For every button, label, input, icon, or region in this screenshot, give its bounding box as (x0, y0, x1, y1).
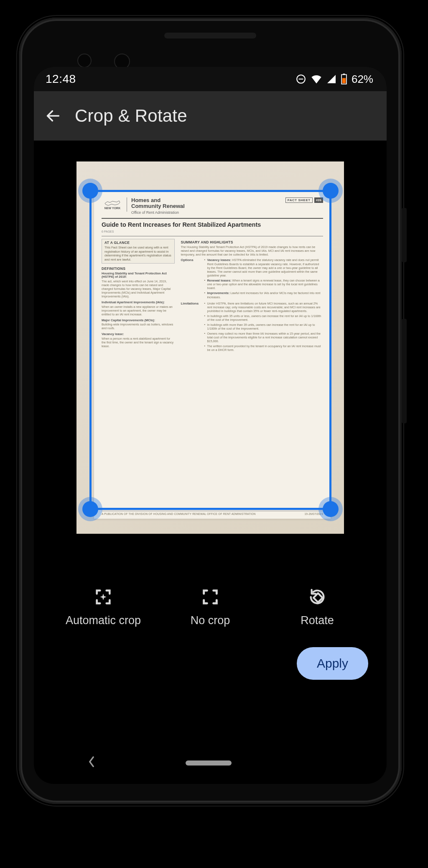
no-crop-icon (201, 587, 220, 607)
doc-lim-b2: In buildings with more than 35 units, ow… (204, 323, 323, 330)
doc-summary-intro: The Housing Stability and Tenant Protect… (181, 245, 323, 256)
back-button[interactable] (43, 106, 63, 126)
doc-factsheet-label: FACT SHEET (285, 197, 313, 203)
battery-percentage: 62% (352, 73, 373, 86)
no-crop-label: No crop (191, 614, 230, 627)
crop-options-row: Automatic crop No crop (34, 555, 387, 627)
power-button (402, 208, 407, 262)
crop-handle-top-right[interactable] (323, 183, 339, 199)
front-camera-icon (77, 54, 92, 68)
doc-footer-right: 19-26/07/2023 (304, 512, 323, 515)
scanned-photo: NEW YORK Homes and Community Renewal Off… (76, 161, 344, 534)
doc-opt-vac-title: Vacancy leases: (207, 258, 231, 262)
automatic-crop-button[interactable]: Automatic crop (53, 587, 153, 627)
doc-opt-ren-title: Renewal leases: (207, 279, 231, 282)
doc-def-hstpa-title: Housing Stability and Tenant Protection … (102, 272, 175, 279)
doc-def-vac-text: When a person rents a rent-stabilized ap… (102, 337, 175, 348)
speaker-grille (164, 33, 256, 38)
nav-home-pill[interactable] (186, 760, 232, 766)
automatic-crop-label: Automatic crop (66, 614, 141, 627)
doc-pages-note: 6 PAGES (102, 230, 323, 233)
phone-device-frame: 12:48 (19, 18, 402, 804)
rotate-button[interactable]: Rotate (267, 587, 367, 627)
crop-handle-top-left[interactable] (82, 183, 98, 199)
doc-title: Guide to Rent Increases for Rent Stabili… (102, 221, 323, 228)
status-clock: 12:48 (46, 72, 76, 86)
doc-limitations-label: Limitations (181, 302, 201, 352)
doc-agency-sub: Office of Rent Administration (131, 210, 185, 215)
no-crop-button[interactable]: No crop (160, 587, 260, 627)
doc-def-mci-text: Building-wide improvements such as boile… (102, 323, 175, 330)
doc-lim-intro: Under HSTPA, there are limitations on fu… (204, 302, 323, 313)
doc-agency-title-1: Homes and (131, 197, 185, 203)
doc-def-mci-title: Major Capital Improvements (MCIs): (102, 319, 175, 323)
app-bar: Crop & Rotate (34, 91, 387, 141)
new-york-state-outline-icon (104, 199, 121, 207)
doc-state-label: NEW YORK (104, 207, 120, 210)
nav-back-button[interactable] (87, 756, 96, 771)
automatic-crop-icon (94, 587, 113, 607)
dnd-icon (296, 74, 306, 84)
rotate-icon (308, 587, 327, 607)
cell-signal-icon (326, 74, 336, 84)
doc-summary-title: SUMMARY AND HIGHLIGHTS (181, 241, 323, 245)
doc-def-iai-title: Individual Apartment Improvements (IAIs)… (102, 301, 175, 305)
crop-preview-area[interactable]: NEW YORK Homes and Community Renewal Off… (34, 141, 387, 555)
doc-footer-left: A PUBLICATION OF THE DIVISION OF HOUSING… (102, 512, 256, 515)
doc-def-vac-title: Vacancy lease: (102, 333, 175, 336)
crop-handle-bottom-left[interactable] (82, 501, 98, 517)
doc-agency-title-2: Community Renewal (131, 203, 185, 209)
doc-options-label: Options (181, 258, 201, 299)
doc-factsheet-num: #26 (314, 197, 323, 203)
doc-opt-imp-title: Improvements: (207, 291, 229, 295)
doc-lim-b3: Owners may collect no more than three IA… (204, 332, 323, 343)
screen-title: Crop & Rotate (75, 106, 187, 126)
system-navigation-bar (34, 745, 387, 784)
battery-icon (341, 74, 347, 84)
doc-lim-b4: The written consent provided by the tena… (204, 344, 323, 352)
wifi-icon (311, 74, 322, 84)
phone-screen: 12:48 (34, 67, 387, 784)
doc-glance-text: This Fact Sheet can be used along with a… (104, 246, 172, 261)
doc-def-hstpa-text: The act, which went into effect on June … (102, 279, 175, 298)
rotate-label: Rotate (301, 614, 334, 627)
doc-def-iai-text: When an owner installs a new appliance o… (102, 305, 175, 316)
status-bar: 12:48 (34, 67, 387, 91)
doc-lim-b1: In buildings with 35 units or less, owne… (204, 314, 323, 322)
volume-button (402, 319, 407, 423)
apply-button[interactable]: Apply (297, 647, 368, 680)
svg-rect-4 (342, 78, 346, 83)
doc-definitions-title: DEFINITIONS (102, 267, 175, 271)
doc-glance-title: AT A GLANCE (104, 241, 172, 245)
scanned-document-page: NEW YORK Homes and Community Renewal Off… (94, 190, 331, 519)
crop-handle-bottom-right[interactable] (323, 501, 339, 517)
